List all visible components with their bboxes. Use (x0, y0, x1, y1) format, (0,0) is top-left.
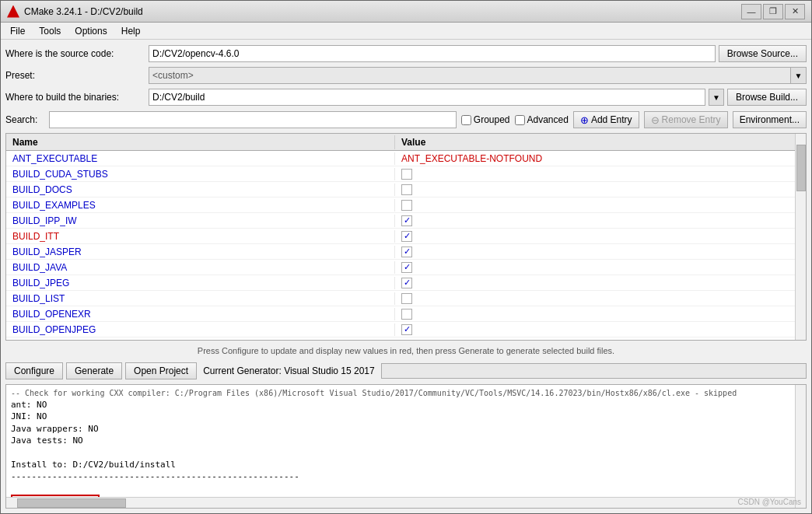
table-row[interactable]: BUILD_ITT (6, 229, 806, 244)
cell-checkbox[interactable] (401, 324, 412, 335)
remove-icon: ⊖ (651, 114, 660, 126)
add-entry-label: Add Entry (591, 114, 632, 125)
source-row: Where is the source code: Browse Source.… (5, 44, 807, 63)
environment-button[interactable]: Environment... (733, 111, 807, 128)
window-title: CMake 3.24.1 - D:/CV2/build (24, 6, 143, 17)
build-dropdown-arrow[interactable]: ▼ (709, 89, 724, 106)
menu-bar: File Tools Options Help (1, 23, 811, 40)
output-content: -- Check for working CXX compiler: C:/Pr… (6, 385, 806, 497)
table-row[interactable]: BUILD_EXAMPLES (6, 198, 806, 213)
advanced-checkbox-label[interactable]: Advanced (515, 114, 569, 125)
output-line: Java tests: NO (11, 435, 801, 446)
close-button[interactable]: ✕ (785, 4, 805, 19)
preset-label: Preset: (5, 70, 145, 81)
browse-source-button[interactable]: Browse Source... (719, 45, 807, 62)
configure-button[interactable]: Configure (5, 362, 63, 379)
menu-tools[interactable]: Tools (33, 24, 67, 38)
column-value-header: Value (395, 135, 806, 149)
table-cell-value: ANT_EXECUTABLE-NOTFOUND (395, 152, 806, 165)
table-cell-name: BUILD_JASPER (6, 246, 395, 258)
table-cell-name: BUILD_OPENJPEG (6, 323, 395, 336)
table-cell-value (395, 230, 806, 243)
search-input[interactable] (49, 111, 457, 128)
menu-options[interactable]: Options (68, 24, 113, 38)
menu-help[interactable]: Help (115, 24, 147, 38)
grouped-checkbox[interactable] (461, 115, 471, 125)
source-input[interactable] (149, 45, 716, 62)
table-row[interactable]: BUILD_JAVA (6, 260, 806, 275)
table-row[interactable]: ANT_EXECUTABLEANT_EXECUTABLE-NOTFOUND (6, 151, 806, 166)
advanced-label: Advanced (527, 114, 569, 125)
cell-checkbox[interactable] (401, 309, 412, 320)
output-line (11, 447, 801, 459)
cell-checkbox[interactable] (401, 278, 412, 288)
minimize-button[interactable]: — (741, 4, 761, 19)
add-entry-button[interactable]: ⊕ Add Entry (573, 111, 639, 128)
scrollbar-thumb[interactable] (796, 145, 806, 191)
cell-checkbox[interactable] (401, 200, 412, 211)
generator-label: Current Generator: Visual Studio 15 2017 (200, 365, 378, 376)
maximize-button[interactable]: ❐ (763, 4, 783, 19)
content-area: Where is the source code: Browse Source.… (1, 40, 811, 513)
table-cell-name: BUILD_JAVA (6, 261, 395, 274)
table-row[interactable]: BUILD_JPEG (6, 275, 806, 291)
browse-build-button[interactable]: Browse Build... (727, 89, 807, 106)
table-scrollbar[interactable] (795, 134, 806, 340)
grouped-checkbox-label[interactable]: Grouped (461, 114, 510, 125)
cell-checkbox[interactable] (401, 169, 412, 180)
output-hscrollbar[interactable] (6, 497, 806, 508)
table-row[interactable]: BUILD_DOCS (6, 182, 806, 198)
main-window: CMake 3.24.1 - D:/CV2/build — ❐ ✕ File T… (0, 0, 812, 514)
table-cell-name: BUILD_EXAMPLES (6, 199, 395, 212)
generate-button[interactable]: Generate (66, 362, 122, 379)
action-row: Configure Generate Open Project Current … (5, 361, 807, 381)
table-cell-value (395, 199, 806, 212)
table-cell-value (395, 261, 806, 274)
plus-icon: ⊕ (580, 114, 589, 126)
hscroll-thumb[interactable] (17, 498, 126, 508)
table-row[interactable]: BUILD_CUDA_STUBS (6, 166, 806, 182)
table-row[interactable]: BUILD_OPENEXR (6, 306, 806, 322)
column-name-header: Name (6, 135, 395, 149)
build-input[interactable] (149, 89, 705, 106)
table-cell-name: BUILD_ITT (6, 230, 395, 243)
cmake-table: Name Value ANT_EXECUTABLEANT_EXECUTABLE-… (5, 133, 807, 341)
cell-checkbox[interactable] (401, 231, 412, 242)
cell-checkbox[interactable] (401, 215, 412, 226)
cell-checkbox[interactable] (401, 247, 412, 257)
cell-checkbox[interactable] (401, 262, 412, 273)
table-cell-value (395, 292, 806, 305)
output-area: -- Check for working CXX compiler: C:/Pr… (5, 384, 807, 509)
table-row[interactable]: BUILD_IPP_IW (6, 213, 806, 229)
watermark-text: CSDN @YouCans (738, 498, 801, 506)
table-cell-name: BUILD_OPENEXR (6, 308, 395, 320)
table-header: Name Value (6, 134, 806, 151)
title-controls: — ❐ ✕ (741, 4, 805, 19)
open-project-button[interactable]: Open Project (125, 362, 197, 379)
table-cell-name: BUILD_CUDA_STUBS (6, 168, 395, 180)
grouped-label: Grouped (474, 114, 510, 125)
table-body[interactable]: ANT_EXECUTABLEANT_EXECUTABLE-NOTFOUNDBUI… (6, 151, 806, 340)
cell-checkbox[interactable] (401, 184, 412, 195)
table-cell-name: BUILD_LIST (6, 292, 395, 305)
table-cell-name: BUILD_JPEG (6, 277, 395, 289)
table-cell-name: ANT_EXECUTABLE (6, 152, 395, 165)
output-scrollbar[interactable] (795, 385, 806, 508)
table-row[interactable]: BUILD_LIST (6, 291, 806, 306)
menu-file[interactable]: File (4, 24, 31, 38)
output-line: ----------------------------------------… (11, 470, 801, 482)
table-cell-value (395, 323, 806, 336)
search-row: Search: Grouped Advanced ⊕ Add Entry ⊖ R… (5, 110, 807, 130)
table-row[interactable]: BUILD_JASPER (6, 244, 806, 260)
cell-checkbox[interactable] (401, 293, 412, 304)
preset-row: Preset: <custom> ▼ (5, 66, 807, 85)
advanced-checkbox[interactable] (515, 115, 525, 125)
table-cell-value (395, 184, 806, 196)
table-row[interactable]: BUILD_OPENJPEG (6, 322, 806, 337)
remove-entry-button[interactable]: ⊖ Remove Entry (644, 111, 728, 128)
preset-value: <custom> (149, 68, 790, 83)
preset-select[interactable]: <custom> ▼ (149, 67, 807, 84)
table-cell-value (395, 308, 806, 320)
table-cell-name: BUILD_IPP_IW (6, 215, 395, 227)
table-cell-name: BUILD_DOCS (6, 184, 395, 196)
